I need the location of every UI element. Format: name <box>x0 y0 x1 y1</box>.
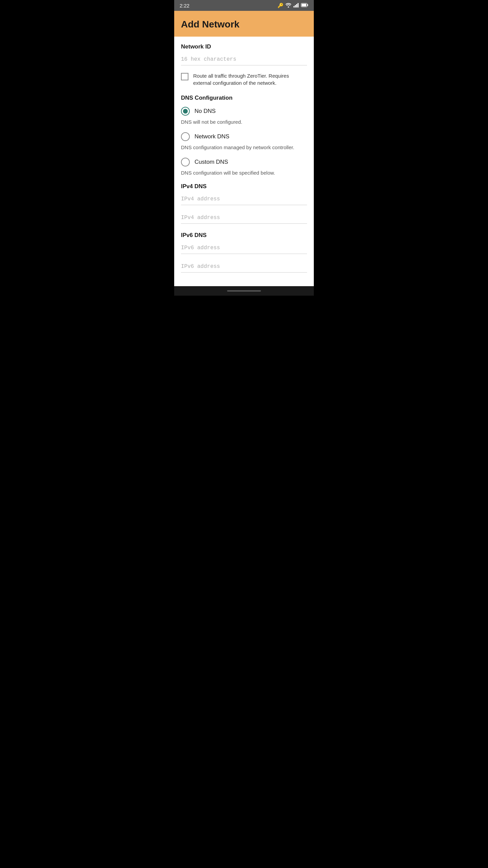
route-traffic-checkbox[interactable] <box>181 73 188 80</box>
network-id-input[interactable] <box>181 54 307 65</box>
svg-rect-2 <box>295 5 296 7</box>
custom-dns-radio[interactable] <box>181 158 190 166</box>
network-dns-description: DNS configuration managed by network con… <box>181 144 307 151</box>
network-dns-radio[interactable] <box>181 132 190 141</box>
ipv4-dns-label: IPv4 DNS <box>181 183 307 190</box>
status-time: 2:22 <box>180 3 189 8</box>
network-dns-label: Network DNS <box>195 133 229 140</box>
custom-dns-label: Custom DNS <box>195 159 228 165</box>
network-dns-option[interactable]: Network DNS <box>181 132 307 141</box>
battery-icon <box>301 3 308 8</box>
svg-rect-1 <box>293 6 294 7</box>
route-traffic-row[interactable]: Route all traffic through ZeroTier. Requ… <box>181 72 307 86</box>
dns-config-label: DNS Configuration <box>181 95 307 101</box>
svg-point-0 <box>288 6 289 7</box>
custom-dns-description: DNS configuration will be specified belo… <box>181 169 307 176</box>
status-icons: 🔑 <box>278 3 308 8</box>
svg-rect-6 <box>302 4 306 6</box>
ipv4-dns-section: IPv4 DNS <box>181 183 307 231</box>
no-dns-radio[interactable] <box>181 107 190 116</box>
ipv4-dns-input-1[interactable] <box>181 193 307 205</box>
no-dns-label: No DNS <box>195 108 216 115</box>
phone-frame: 2:22 🔑 <box>174 0 314 296</box>
page-title: Add Network <box>181 19 307 30</box>
route-traffic-label: Route all traffic through ZeroTier. Requ… <box>193 72 307 86</box>
network-id-section: Network ID <box>181 43 307 72</box>
key-icon: 🔑 <box>278 3 283 8</box>
content-area: Network ID Route all traffic through Zer… <box>174 37 314 286</box>
home-indicator <box>227 290 261 292</box>
ipv4-dns-input-2[interactable] <box>181 212 307 224</box>
app-header: Add Network <box>174 11 314 37</box>
custom-dns-option[interactable]: Custom DNS <box>181 158 307 166</box>
ipv6-dns-label: IPv6 DNS <box>181 232 307 239</box>
signal-icon <box>293 3 299 8</box>
dns-config-section: DNS Configuration No DNS DNS will not be… <box>181 95 307 176</box>
ipv6-dns-input-1[interactable] <box>181 242 307 254</box>
ipv6-dns-input-2[interactable] <box>181 261 307 273</box>
no-dns-description: DNS will not be configured. <box>181 118 307 125</box>
wifi-icon <box>285 3 291 8</box>
svg-rect-3 <box>296 4 297 7</box>
svg-rect-4 <box>298 3 299 7</box>
ipv6-dns-section: IPv6 DNS <box>181 232 307 279</box>
status-bar: 2:22 🔑 <box>174 0 314 11</box>
bottom-nav-bar <box>174 286 314 296</box>
network-id-label: Network ID <box>181 43 307 50</box>
no-dns-option[interactable]: No DNS <box>181 107 307 116</box>
